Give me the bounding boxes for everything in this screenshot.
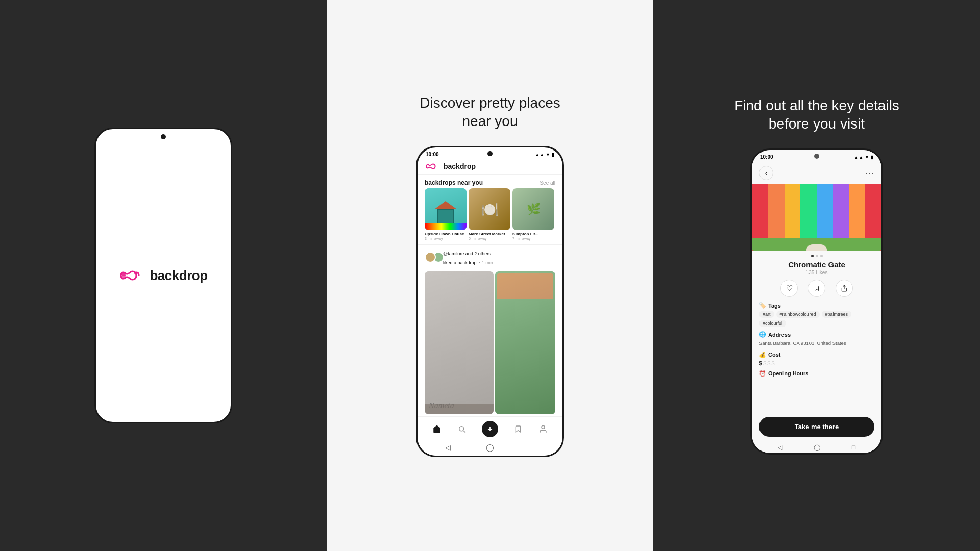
- android-home-btn[interactable]: ◯: [486, 443, 494, 452]
- logo-icon: [119, 268, 145, 283]
- svg-point-4: [542, 426, 545, 429]
- nav-search[interactable]: [457, 424, 467, 434]
- app-logo: backdrop: [119, 268, 207, 284]
- take-me-there-button[interactable]: Take me there: [759, 417, 874, 437]
- logo-text: backdrop: [150, 268, 207, 284]
- hours-emoji: ⏰: [759, 370, 766, 377]
- place-info: 🏷️ Tags #art #rainbowcoloured #palmtrees…: [752, 302, 881, 414]
- tag-art[interactable]: #art: [759, 311, 774, 318]
- see-all-link[interactable]: See all: [540, 180, 555, 186]
- activity-time: • 1 min: [479, 260, 493, 265]
- phone-notch: [161, 134, 166, 139]
- activity-action: liked a backdrop: [443, 260, 477, 265]
- activity-user: @tamilore and 2 others: [443, 251, 491, 256]
- bottom-nav: [418, 416, 562, 440]
- activity-row: @tamilore and 2 others liked a backdrop …: [418, 244, 562, 269]
- upside-down-house-img: [425, 188, 467, 230]
- feed-status-icons: ▲▲ ▼ ▮: [535, 152, 554, 157]
- address-section: 🌐 Address Santa Barbara, CA 93103, Unite…: [759, 331, 874, 347]
- svg-line-1: [464, 431, 465, 433]
- card1-dist: 3 min away: [425, 237, 467, 240]
- wifi-icon: ▼: [546, 152, 550, 157]
- feed-phone-notch: [487, 151, 493, 156]
- feed-phone: 10:00 ▲▲ ▼ ▮ backdrop backdrops near: [416, 146, 564, 457]
- feed-logo-icon: [425, 162, 441, 170]
- address-content: Santa Barbara, CA 93103, United States: [759, 340, 874, 347]
- tag-colourful[interactable]: #colourful: [759, 320, 786, 327]
- hours-label: ⏰ Opening Hours: [759, 370, 874, 377]
- card2-name: Mare Street Market: [469, 232, 510, 237]
- tags-label: 🏷️ Tags: [759, 302, 874, 309]
- feed-phone-inner: 10:00 ▲▲ ▼ ▮ backdrop backdrops near: [418, 147, 562, 456]
- feed-time: 10:00: [426, 152, 439, 157]
- hours-section: ⏰ Opening Hours: [759, 370, 874, 377]
- nav-profile[interactable]: [538, 424, 548, 434]
- nav-saved[interactable]: [513, 424, 523, 434]
- dot-1: [811, 255, 814, 257]
- detail-time: 10:00: [760, 154, 773, 160]
- feed-section-title: backdrops near you See all: [418, 175, 562, 188]
- cost-inactive-1: $: [763, 360, 766, 366]
- tags-emoji: 🏷️: [759, 302, 766, 309]
- activity-info: @tamilore and 2 others liked a backdrop …: [443, 248, 493, 266]
- cost-inactive-3: $: [771, 360, 774, 366]
- tag-palmtrees[interactable]: #palmtrees: [822, 311, 852, 318]
- detail-phone-notch: [814, 154, 819, 159]
- nav-add[interactable]: [482, 421, 498, 437]
- backdrop-card-1[interactable]: Upside Down House 3 min away: [425, 188, 467, 240]
- kimpton-img: 🌿: [512, 188, 554, 230]
- avatar-1: [425, 252, 436, 263]
- nav-home[interactable]: [432, 424, 442, 434]
- place-actions: ♡: [752, 280, 881, 297]
- feed-logo-text: backdrop: [444, 162, 476, 170]
- card2-dist: 5 min away: [469, 237, 510, 240]
- mare-street-img: 🍽️: [469, 188, 510, 230]
- right-panel: Find out all the key details before you …: [653, 0, 980, 551]
- tags-row: #art #rainbowcoloured #palmtrees #colour…: [759, 311, 874, 327]
- splash-phone: backdrop: [94, 128, 232, 423]
- backdrop-card-3[interactable]: 🌿 Kimpton Fit... 7 min away: [512, 188, 554, 240]
- cost-active: $: [759, 360, 762, 366]
- address-label: 🌐 Address: [759, 331, 874, 338]
- card3-dist: 7 min away: [512, 237, 554, 240]
- tags-section: 🏷️ Tags #art #rainbowcoloured #palmtrees…: [759, 302, 874, 327]
- place-likes: 135 Likes: [752, 270, 881, 276]
- feed-photo-2: [495, 271, 556, 414]
- android-nav: ◁ ◯ ☐: [418, 440, 562, 456]
- signal-icon: ▲▲: [535, 152, 544, 157]
- feed-app-header: backdrop: [418, 159, 562, 175]
- detail-android-home[interactable]: ◯: [814, 444, 820, 451]
- left-panel: backdrop: [0, 0, 327, 551]
- like-button[interactable]: ♡: [780, 280, 798, 297]
- center-heading: Discover pretty places near you: [408, 94, 572, 131]
- detail-wifi: ▼: [865, 155, 869, 160]
- share-button[interactable]: [836, 280, 853, 297]
- activity-avatars: [425, 252, 441, 263]
- feed-photos: Nameta: [418, 269, 562, 416]
- feed-photo-1: Nameta: [425, 271, 494, 414]
- more-button[interactable]: ···: [865, 168, 874, 179]
- detail-android-back[interactable]: ◁: [778, 444, 782, 451]
- detail-signal: ▲▲: [854, 155, 863, 160]
- android-back-btn[interactable]: ◁: [445, 443, 451, 452]
- save-button[interactable]: [808, 280, 825, 297]
- cost-emoji: 💰: [759, 352, 766, 358]
- tag-rainbow[interactable]: #rainbowcoloured: [776, 311, 820, 318]
- back-button[interactable]: ‹: [759, 166, 773, 180]
- backdrop-card-2[interactable]: 🍽️ Mare Street Market 5 min away: [469, 188, 510, 240]
- cost-row: $ $ $ $: [759, 360, 874, 366]
- card3-name: Kimpton Fit...: [512, 232, 554, 237]
- cost-label: 💰 Cost: [759, 352, 874, 358]
- detail-phone-inner: 10:00 ▲▲ ▼ ▮ ‹ ···: [752, 150, 881, 453]
- cost-section: 💰 Cost $ $ $ $: [759, 352, 874, 366]
- card1-name: Upside Down House: [425, 232, 467, 237]
- cost-inactive-2: $: [767, 360, 770, 366]
- detail-android-nav: ◁ ◯ ☐: [752, 441, 881, 453]
- place-name: Chromatic Gate: [752, 260, 881, 270]
- center-panel: Discover pretty places near you 10:00 ▲▲…: [327, 0, 653, 551]
- dot-2: [816, 255, 818, 257]
- android-recents-btn[interactable]: ☐: [529, 444, 535, 451]
- detail-android-recents[interactable]: ☐: [851, 445, 856, 450]
- detail-header: ‹ ···: [752, 162, 881, 184]
- right-heading: Find out all the key details before you …: [730, 96, 903, 134]
